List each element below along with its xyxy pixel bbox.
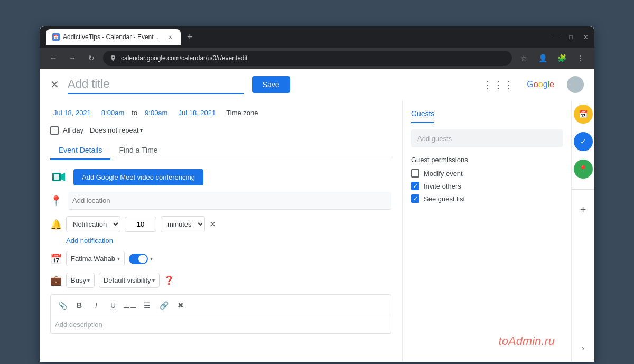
link-button[interactable]: 🔗 (156, 298, 171, 313)
sidebar-calendar-icon[interactable]: 📅 (574, 105, 593, 124)
busy-status-select[interactable]: Busy ▾ (66, 273, 95, 288)
google-logo: Google (527, 80, 554, 89)
extensions-icon[interactable]: 🧩 (554, 51, 569, 66)
italic-button[interactable]: I (89, 298, 104, 313)
ordered-list-button[interactable]: ⚊⚊ (123, 298, 137, 313)
sidebar-divider (572, 189, 594, 190)
modify-event-label: Modify event (424, 170, 463, 178)
modify-event-checkbox[interactable] (411, 169, 419, 178)
minimize-button[interactable]: — (553, 34, 558, 41)
far-right-sidebar: 📅 ✓ 📍 + › (571, 100, 594, 362)
guest-input-container[interactable] (411, 129, 563, 147)
invite-others-label: Invite others (424, 182, 461, 190)
toolbar-icons: ☆ 👤 🧩 ⋮ (516, 51, 588, 66)
color-toggle-track[interactable] (129, 254, 148, 264)
visibility-select[interactable]: Default visibility ▾ (99, 273, 160, 288)
unordered-list-button[interactable]: ☰ (139, 298, 154, 313)
guests-panel: Guests Guest permissions Modify event In… (402, 100, 571, 362)
briefcase-icon: 💼 (50, 275, 62, 286)
location-input[interactable] (68, 192, 391, 210)
new-tab-button[interactable]: + (187, 32, 193, 43)
calendar-owner-select[interactable]: Fatima Wahab ▾ (66, 251, 125, 266)
url-display: calendar.google.com/calendar/u/0/r/event… (121, 54, 506, 62)
tab-close-button[interactable]: ✕ (166, 33, 174, 41)
meet-row: Add Google Meet video conferencing (50, 169, 391, 185)
event-title-input[interactable] (68, 75, 244, 94)
close-window-button[interactable]: ✕ (583, 34, 588, 41)
notification-type-select[interactable]: Notification (66, 216, 120, 232)
add-meet-button[interactable]: Add Google Meet video conferencing (73, 169, 203, 185)
permission-modify-event: Modify event (411, 169, 563, 178)
sidebar-tasks-icon[interactable]: ✓ (574, 132, 593, 151)
see-guest-list-checkbox[interactable] (411, 194, 419, 203)
svg-rect-3 (54, 174, 59, 180)
window-controls: — □ ✕ (553, 34, 588, 41)
browser-tab[interactable]: 📅 AddictiveTips - Calendar - Event ... ✕ (46, 29, 181, 45)
invite-others-checkbox[interactable] (411, 182, 419, 190)
profile-icon[interactable]: 👤 (535, 51, 550, 66)
permissions-title: Guest permissions (411, 156, 563, 164)
event-tabs: Event Details Find a Time (50, 142, 391, 160)
remove-format-button[interactable]: ✖ (173, 298, 188, 313)
location-row: 📍 (50, 192, 391, 210)
attach-button[interactable]: 📎 (55, 298, 70, 313)
tab-event-details[interactable]: Event Details (50, 142, 110, 160)
app-header: ✕ Save ⋮⋮⋮ Google (40, 69, 594, 100)
repeat-dropdown[interactable]: Does not repeat (88, 125, 145, 135)
visibility-label: Default visibility (104, 276, 151, 284)
add-guests-input[interactable] (417, 135, 556, 143)
underline-button[interactable]: U (106, 298, 120, 313)
watermark: toAdmin.ru (499, 334, 555, 348)
reload-button[interactable]: ↻ (84, 51, 99, 66)
notification-icon: 🔔 (50, 219, 62, 230)
browser-window: 📅 AddictiveTips - Calendar - Event ... ✕… (40, 26, 594, 362)
meet-icon (50, 169, 67, 185)
calendar-color-toggle: ▾ (129, 254, 153, 264)
datetime-row: Jul 18, 2021 8:00am to 9:00am Jul 18, 20… (50, 107, 391, 119)
remove-notification-button[interactable]: ✕ (209, 219, 216, 229)
user-avatar[interactable] (567, 76, 584, 93)
add-notification-link[interactable]: Add notification (66, 237, 391, 245)
description-input[interactable]: Add description (51, 316, 391, 333)
tab-title: AddictiveTips - Calendar - Event ... (63, 33, 161, 41)
sidebar-expand-button[interactable]: › (574, 339, 593, 358)
allday-row: All day Does not repeat (50, 125, 391, 135)
visibility-dropdown-arrow: ▾ (152, 277, 155, 283)
browser-titlebar: 📅 AddictiveTips - Calendar - Event ... ✕… (40, 26, 594, 48)
start-date-button[interactable]: Jul 18, 2021 (50, 107, 94, 119)
permission-invite-others: Invite others (411, 182, 563, 190)
back-button[interactable]: ← (46, 51, 61, 66)
address-bar[interactable]: calendar.google.com/calendar/u/0/r/event… (103, 51, 512, 66)
left-panel: Jul 18, 2021 8:00am to 9:00am Jul 18, 20… (40, 100, 402, 362)
close-event-button[interactable]: ✕ (50, 78, 59, 91)
busy-label: Busy (71, 276, 86, 284)
timezone-button[interactable]: Time zone (223, 107, 261, 119)
calendar-dropdown-arrow: ▾ (117, 256, 120, 262)
sidebar-maps-icon[interactable]: 📍 (574, 160, 593, 179)
end-date-button[interactable]: Jul 18, 2021 (175, 107, 219, 119)
see-guest-list-label: See guest list (424, 195, 465, 203)
calendar-name: Fatima Wahab (71, 255, 115, 263)
bold-button[interactable]: B (72, 298, 87, 313)
notification-value-input[interactable] (125, 217, 156, 232)
end-time-button[interactable]: 9:00am (142, 107, 171, 119)
start-time-button[interactable]: 8:00am (98, 107, 127, 119)
tab-favicon: 📅 (52, 33, 60, 41)
forward-button[interactable]: → (65, 51, 80, 66)
menu-icon[interactable]: ⋮ (573, 51, 588, 66)
app-content: ✕ Save ⋮⋮⋮ Google Jul 18, 2021 8:00am to… (40, 69, 594, 362)
permission-see-guest-list: See guest list (411, 194, 563, 203)
maximize-button[interactable]: □ (569, 34, 573, 41)
location-icon: 📍 (50, 195, 62, 207)
busy-dropdown-arrow: ▾ (87, 277, 90, 283)
tab-find-a-time[interactable]: Find a Time (110, 142, 166, 160)
description-section: 📎 B I U ⚊⚊ ☰ 🔗 ✖ Add description (50, 294, 391, 334)
bookmark-icon[interactable]: ☆ (516, 51, 531, 66)
notification-unit-select[interactable]: minutes (161, 216, 205, 232)
main-area: Jul 18, 2021 8:00am to 9:00am Jul 18, 20… (40, 100, 594, 362)
help-icon[interactable]: ❓ (164, 275, 174, 285)
all-day-checkbox[interactable] (50, 126, 59, 135)
save-button[interactable]: Save (252, 76, 290, 93)
google-apps-icon[interactable]: ⋮⋮⋮ (482, 78, 514, 91)
add-sidebar-item-button[interactable]: + (574, 200, 593, 219)
